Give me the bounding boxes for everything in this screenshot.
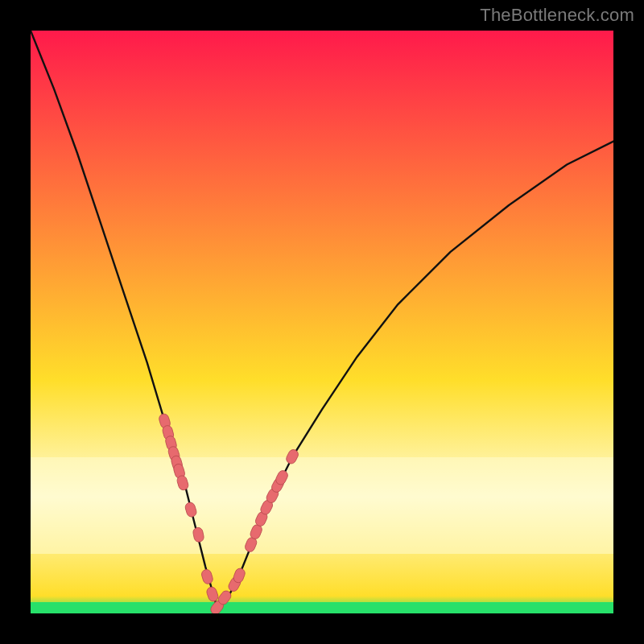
plot-area	[31, 31, 613, 613]
bottleneck-chart-svg	[31, 31, 613, 613]
pale-band	[31, 457, 613, 554]
chart-frame: TheBottleneck.com	[0, 0, 644, 644]
green-strip	[31, 602, 613, 613]
watermark-text: TheBottleneck.com	[480, 5, 634, 26]
